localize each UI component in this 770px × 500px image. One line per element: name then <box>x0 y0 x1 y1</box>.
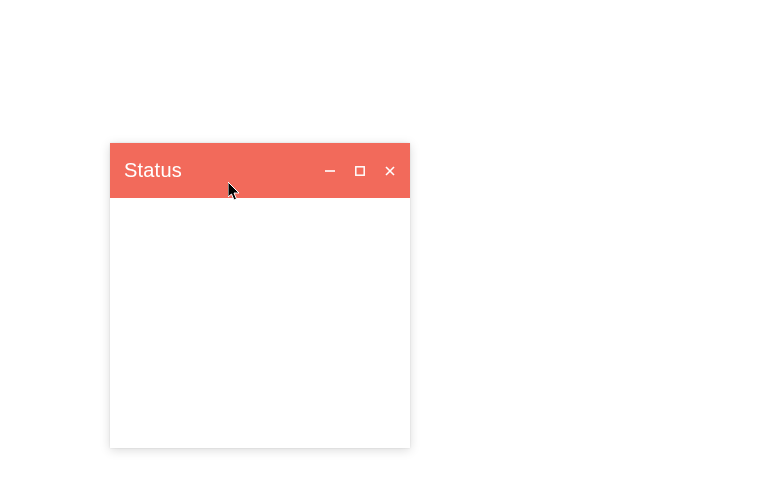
maximize-icon <box>355 166 365 176</box>
close-button[interactable] <box>384 165 396 177</box>
app-window: Status <box>110 143 410 448</box>
window-content <box>110 198 410 448</box>
window-title: Status <box>124 159 182 182</box>
svg-rect-1 <box>356 166 364 174</box>
close-icon <box>385 166 395 176</box>
maximize-button[interactable] <box>354 165 366 177</box>
minimize-icon <box>325 166 335 176</box>
window-controls <box>324 165 396 177</box>
svg-rect-0 <box>325 170 335 172</box>
titlebar[interactable]: Status <box>110 143 410 198</box>
minimize-button[interactable] <box>324 165 336 177</box>
